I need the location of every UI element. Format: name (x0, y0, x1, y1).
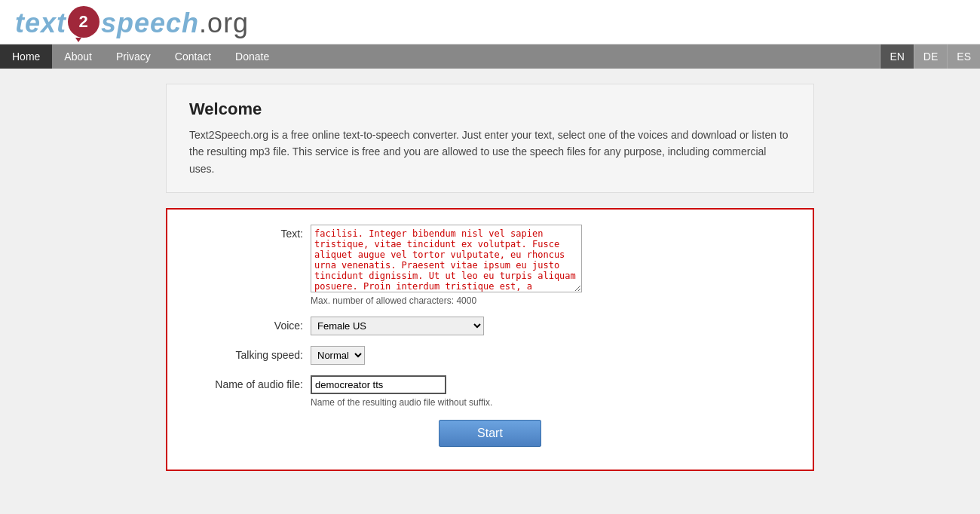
main-content: Welcome Text2Speech.org is a free online… (151, 69, 829, 501)
nav-right: EN DE ES (880, 44, 980, 69)
voice-row: Voice: Female US Male US Female UK Male … (190, 317, 790, 335)
audio-name-row: Name of audio file: Name of the resultin… (190, 375, 790, 408)
lang-de[interactable]: DE (914, 44, 947, 69)
nav-item-about[interactable]: About (52, 44, 104, 69)
speed-select[interactable]: Normal Slow Fast (311, 346, 365, 365)
text-input[interactable] (311, 225, 582, 292)
nav-item-donate[interactable]: Donate (223, 44, 281, 69)
welcome-description: Text2Speech.org is a free online text-to… (189, 127, 791, 177)
logo-text1: text (15, 8, 66, 39)
audio-hint: Name of the resulting audio file without… (311, 397, 492, 408)
nav-item-privacy[interactable]: Privacy (104, 44, 163, 69)
lang-en[interactable]: EN (880, 44, 913, 69)
form-box: Text: Max. number of allowed characters:… (166, 208, 814, 471)
nav-left: Home About Privacy Contact Donate (0, 44, 880, 69)
voice-label: Voice: (190, 317, 311, 332)
speed-label: Talking speed: (190, 346, 311, 361)
logo-bubble: 2 (68, 6, 100, 38)
voice-select[interactable]: Female US Male US Female UK Male UK (311, 317, 484, 335)
start-row: Start (190, 420, 790, 447)
nav-item-home[interactable]: Home (0, 44, 52, 69)
header: text 2 speech .org (0, 0, 980, 44)
audio-name-input[interactable] (311, 375, 446, 394)
audio-name-label: Name of audio file: (190, 375, 311, 390)
nav: Home About Privacy Contact Donate EN DE … (0, 44, 980, 69)
logo: text 2 speech .org (15, 8, 965, 39)
text-label: Text: (190, 225, 311, 240)
logo-text3: .org (199, 8, 249, 39)
logo-text2: speech (101, 8, 199, 39)
char-limit: Max. number of allowed characters: 4000 (311, 295, 582, 306)
text-control-area: Max. number of allowed characters: 4000 (311, 225, 582, 306)
text-row: Text: Max. number of allowed characters:… (190, 225, 790, 306)
speed-control-area: Normal Slow Fast (311, 346, 365, 365)
audio-name-control-area: Name of the resulting audio file without… (311, 375, 492, 408)
speed-row: Talking speed: Normal Slow Fast (190, 346, 790, 365)
start-button[interactable]: Start (439, 420, 541, 447)
welcome-title: Welcome (189, 99, 791, 119)
nav-item-contact[interactable]: Contact (163, 44, 223, 69)
welcome-box: Welcome Text2Speech.org is a free online… (166, 84, 814, 193)
voice-control-area: Female US Male US Female UK Male UK (311, 317, 484, 335)
lang-es[interactable]: ES (947, 44, 980, 69)
